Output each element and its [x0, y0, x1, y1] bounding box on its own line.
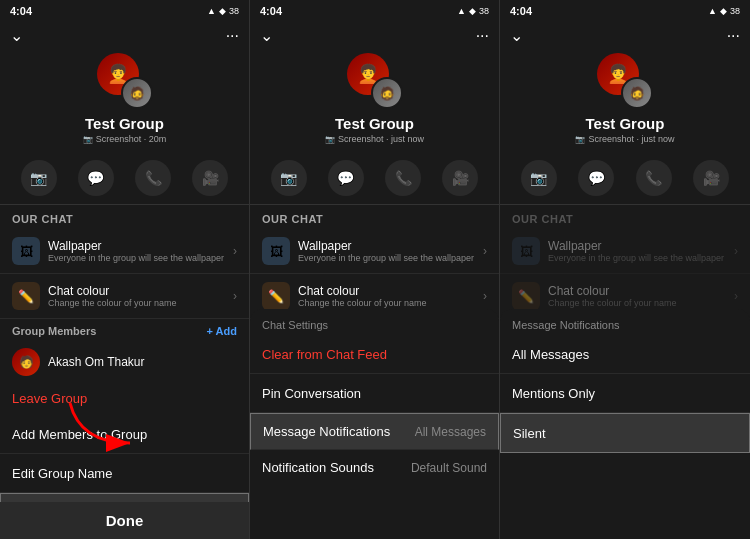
- screenshot-icon-1: 📷: [83, 135, 93, 144]
- camera-btn-1[interactable]: 📷: [21, 160, 57, 196]
- wallpaper-chevron-1: ›: [233, 244, 237, 258]
- member-avatar-1: 🧑: [12, 348, 40, 376]
- chat-btn-2[interactable]: 💬: [328, 160, 364, 196]
- chat-colour-item-1[interactable]: ✏️ Chat colour Change the colour of your…: [0, 274, 249, 319]
- wallpaper-item-1[interactable]: 🖼 Wallpaper Everyone in the group will s…: [0, 229, 249, 274]
- wallpaper-icon-3: 🖼: [512, 237, 540, 265]
- chat-colour-icon-2: ✏️: [262, 282, 290, 310]
- wallpaper-content-2: Wallpaper Everyone in the group will see…: [298, 239, 483, 263]
- our-chat-header-1: Our chat: [0, 205, 249, 229]
- signal-icon: ▲: [207, 6, 216, 16]
- clear-chat-feed-btn-2[interactable]: Clear from Chat Feed: [250, 335, 499, 374]
- call-btn-2[interactable]: 📞: [385, 160, 421, 196]
- chat-btn-3[interactable]: 💬: [578, 160, 614, 196]
- avatar-secondary-1: 🧔: [121, 77, 153, 109]
- time-2: 4:04: [260, 5, 282, 17]
- all-messages-btn-3[interactable]: All Messages: [500, 335, 750, 374]
- panel-2: 4:04 ▲ ◆ 38 ⌄ ··· 🧑‍🦱 🧔 Test Group 📷 Scr…: [250, 0, 500, 539]
- clear-chat-feed-text-2: Clear from Chat Feed: [262, 347, 387, 362]
- group-members-header-1: Group Members + Add: [0, 319, 249, 343]
- edit-group-name-btn-1[interactable]: Edit Group Name: [0, 454, 249, 493]
- wallpaper-subtitle-3: Everyone in the group will see the wallp…: [548, 253, 734, 263]
- avatar-section-1: 🧑‍🦱 🧔 Test Group 📷 Screenshot · 20m: [0, 49, 249, 152]
- add-members-btn-1[interactable]: Add Members to Group: [0, 415, 249, 454]
- wifi-icon: ◆: [219, 6, 226, 16]
- subtitle-text-3: Screenshot · just now: [588, 134, 674, 144]
- panel-1: 4:04 ▲ ◆ 38 ⌄ ··· 🧑‍🦱 🧔 Test Group 📷 Scr…: [0, 0, 250, 539]
- chat-colour-chevron-1: ›: [233, 289, 237, 303]
- edit-group-name-text-1: Edit Group Name: [12, 466, 112, 481]
- chat-colour-title-3: Chat colour: [548, 284, 734, 298]
- pin-conversation-btn-2[interactable]: Pin Conversation: [250, 374, 499, 413]
- group-name-1: Test Group: [85, 115, 164, 132]
- done-bar-1: Done: [0, 502, 249, 539]
- notification-sounds-btn-2[interactable]: Notification Sounds Default Sound: [250, 450, 499, 485]
- camera-btn-2[interactable]: 📷: [271, 160, 307, 196]
- chat-colour-chevron-3: ›: [734, 289, 738, 303]
- status-bar-3: 4:04 ▲ ◆ 38: [500, 0, 750, 22]
- avatar-emoji-sm-3: 🧔: [629, 86, 645, 101]
- message-notif-btn-2[interactable]: Message Notifications All Messages: [250, 413, 499, 450]
- action-icons-1: 📷 💬 📞 🎥: [0, 152, 249, 205]
- back-icon-1[interactable]: ⌄: [10, 26, 23, 45]
- wallpaper-subtitle-2: Everyone in the group will see the wallp…: [298, 253, 483, 263]
- chat-settings-overlay-2: Chat Settings Clear from Chat Feed Pin C…: [250, 309, 499, 539]
- group-name-3: Test Group: [586, 115, 665, 132]
- subtitle-text-1: Screenshot · 20m: [96, 134, 167, 144]
- more-icon-1[interactable]: ···: [226, 27, 239, 45]
- signal-icon-2: ▲: [457, 6, 466, 16]
- camera-btn-3[interactable]: 📷: [521, 160, 557, 196]
- chat-colour-content-1: Chat colour Change the colour of your na…: [48, 284, 233, 308]
- avatar-container-3: 🧑‍🦱 🧔: [597, 53, 653, 109]
- leave-group-text-1: Leave Group: [12, 391, 87, 406]
- wallpaper-item-2[interactable]: 🖼 Wallpaper Everyone in the group will s…: [250, 229, 499, 274]
- call-btn-3[interactable]: 📞: [636, 160, 672, 196]
- wallpaper-content-1: Wallpaper Everyone in the group will see…: [48, 239, 233, 263]
- header-3: ⌄ ···: [500, 22, 750, 49]
- back-icon-3[interactable]: ⌄: [510, 26, 523, 45]
- more-icon-3[interactable]: ···: [727, 27, 740, 45]
- chat-colour-title-2: Chat colour: [298, 284, 483, 298]
- avatar-emoji-sm-2: 🧔: [379, 86, 395, 101]
- add-member-btn-1[interactable]: + Add: [207, 325, 237, 337]
- action-icons-2: 📷 💬 📞 🎥: [250, 152, 499, 205]
- wallpaper-title-1: Wallpaper: [48, 239, 233, 253]
- more-icon-2[interactable]: ···: [476, 27, 489, 45]
- avatar-emoji-sm-1: 🧔: [129, 86, 145, 101]
- status-icons-2: ▲ ◆ 38: [457, 6, 489, 16]
- header-1: ⌄ ···: [0, 22, 249, 49]
- chat-colour-icon-3: ✏️: [512, 282, 540, 310]
- message-notif-label-2: Message Notifications: [263, 424, 390, 439]
- member-item-1[interactable]: 🧑 Akash Om Thakur: [0, 343, 249, 381]
- call-btn-1[interactable]: 📞: [135, 160, 171, 196]
- status-bar-2: 4:04 ▲ ◆ 38: [250, 0, 499, 22]
- leave-group-btn-1[interactable]: Leave Group: [0, 381, 249, 415]
- mentions-only-btn-3[interactable]: Mentions Only: [500, 374, 750, 413]
- battery-icon-2: 38: [479, 6, 489, 16]
- silent-btn-3[interactable]: Silent: [500, 413, 750, 453]
- chat-btn-1[interactable]: 💬: [78, 160, 114, 196]
- avatar-section-3: 🧑‍🦱 🧔 Test Group 📷 Screenshot · just now: [500, 49, 750, 152]
- screenshot-icon-3: 📷: [575, 135, 585, 144]
- wallpaper-item-3[interactable]: 🖼 Wallpaper Everyone in the group will s…: [500, 229, 750, 274]
- video-btn-1[interactable]: 🎥: [192, 160, 228, 196]
- wallpaper-subtitle-1: Everyone in the group will see the wallp…: [48, 253, 233, 263]
- video-btn-3[interactable]: 🎥: [693, 160, 729, 196]
- panel-3: 4:04 ▲ ◆ 38 ⌄ ··· 🧑‍🦱 🧔 Test Group 📷 Scr…: [500, 0, 750, 539]
- avatar-secondary-2: 🧔: [371, 77, 403, 109]
- wallpaper-title-3: Wallpaper: [548, 239, 734, 253]
- chat-colour-subtitle-2: Change the colour of your name: [298, 298, 483, 308]
- chat-colour-title-1: Chat colour: [48, 284, 233, 298]
- pin-conversation-text-2: Pin Conversation: [262, 386, 361, 401]
- header-2: ⌄ ···: [250, 22, 499, 49]
- done-btn-1[interactable]: Done: [106, 512, 144, 529]
- all-messages-text-3: All Messages: [512, 347, 589, 362]
- chat-colour-subtitle-3: Change the colour of your name: [548, 298, 734, 308]
- mentions-only-text-3: Mentions Only: [512, 386, 595, 401]
- video-btn-2[interactable]: 🎥: [442, 160, 478, 196]
- back-icon-2[interactable]: ⌄: [260, 26, 273, 45]
- wallpaper-chevron-2: ›: [483, 244, 487, 258]
- avatar-secondary-3: 🧔: [621, 77, 653, 109]
- message-notif-overlay-3: Message Notifications All Messages Menti…: [500, 309, 750, 539]
- wifi-icon-2: ◆: [469, 6, 476, 16]
